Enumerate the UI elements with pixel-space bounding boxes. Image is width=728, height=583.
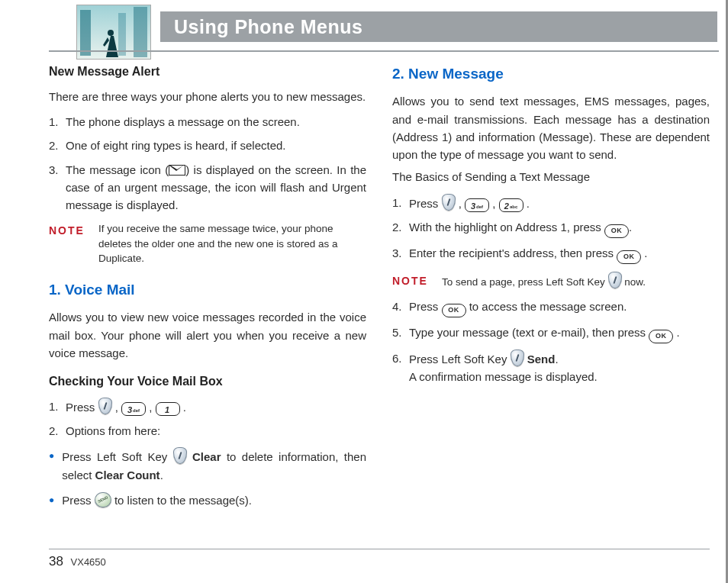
content-columns: New Message Alert There are three ways y…: [49, 63, 710, 537]
vm-option-clear: Press Left Soft Key Clear to delete info…: [49, 447, 366, 484]
ok-key-icon: OK: [442, 304, 466, 317]
softkey-icon: [511, 349, 524, 366]
softkey-icon: [173, 447, 187, 464]
envelope-icon: [169, 165, 185, 176]
new-message-alert-heading: New Message Alert: [49, 63, 366, 82]
ok-key-icon: OK: [617, 250, 641, 264]
key-2-icon: 2abc: [499, 198, 523, 212]
page-number: 38: [49, 554, 63, 569]
softkey-icon: [98, 398, 112, 414]
alert-intro: There are three ways your phone alerts y…: [49, 88, 366, 105]
alert-item-2: 2. One of eight ring types is heard, if …: [49, 137, 366, 154]
note-label: NOTE: [49, 221, 85, 240]
voice-mail-intro: Allows you to view new voice messages re…: [49, 308, 366, 362]
footer: 38 VX4650: [49, 549, 710, 569]
nm-step-4: 4. Press OK to access the message screen…: [392, 298, 710, 317]
new-message-heading: 2. New Message: [392, 63, 710, 85]
svg-point-4: [108, 30, 114, 36]
send-key-icon: [95, 492, 111, 507]
key-3-icon: 3def: [121, 402, 146, 416]
voice-mail-heading: 1. Voice Mail: [49, 279, 366, 301]
nm-step-2: 2. With the highlight on Address 1, pres…: [392, 218, 710, 238]
left-column: New Message Alert There are three ways y…: [49, 63, 366, 537]
nm-step-1: 1. Press , 3def , 2abc .: [392, 194, 710, 212]
note-page: NOTE To send a page, press Left Soft Key…: [392, 272, 710, 290]
vm-option-listen: Press to listen to the message(s).: [49, 491, 366, 509]
softkey-icon: [442, 194, 456, 211]
vm-options: Press Left Soft Key Clear to delete info…: [49, 447, 366, 509]
alert-list: 1. The phone displays a message on the s…: [49, 113, 366, 214]
alert-item-3: 3. The message icon () is displayed on t…: [49, 161, 366, 214]
note-duplicate: NOTE If you receive the same message twi…: [49, 221, 366, 266]
new-message-intro: Allows you to send text messages, EMS me…: [392, 92, 710, 163]
note-label: NOTE: [392, 272, 428, 290]
vm-step-1: 1. Press , 3def , 1 .: [49, 398, 366, 416]
nm-step-6: 6. Press Left Soft Key Send. A confirmat…: [392, 349, 710, 386]
basics-line: The Basics of Sending a Text Message: [392, 168, 710, 185]
header: Using Phone Menus: [76, 9, 717, 44]
checking-vm-heading: Checking Your Voice Mail Box: [49, 372, 366, 391]
nm-steps-4-6: 4. Press OK to access the message screen…: [392, 298, 710, 386]
manual-page: Using Phone Menus New Message Alert Ther…: [0, 0, 728, 583]
svg-rect-1: [80, 10, 91, 56]
nm-steps-1-3: 1. Press , 3def , 2abc . 2. With the hig…: [392, 194, 710, 264]
nm-step-5: 5. Type your message (text or e-mail), t…: [392, 324, 710, 343]
softkey-icon: [608, 272, 622, 288]
alert-item-1: 1. The phone displays a message on the s…: [49, 113, 366, 130]
nm-step-3: 3. Enter the recipient's address, then p…: [392, 244, 710, 264]
right-column: 2. New Message Allows you to send text m…: [392, 63, 710, 537]
key-1-icon: 1: [156, 402, 180, 416]
svg-rect-3: [118, 13, 126, 56]
header-rule: [49, 50, 719, 52]
vm-steps: 1. Press , 3def , 1 . 2. Options from he…: [49, 398, 366, 440]
ok-key-icon: OK: [649, 330, 673, 343]
key-3-icon: 3def: [465, 198, 489, 212]
vm-step-2: 2. Options from here:: [49, 422, 366, 440]
page-title: Using Phone Menus: [160, 11, 717, 42]
ok-key-icon: OK: [604, 224, 629, 238]
model-number: VX4650: [71, 556, 106, 568]
